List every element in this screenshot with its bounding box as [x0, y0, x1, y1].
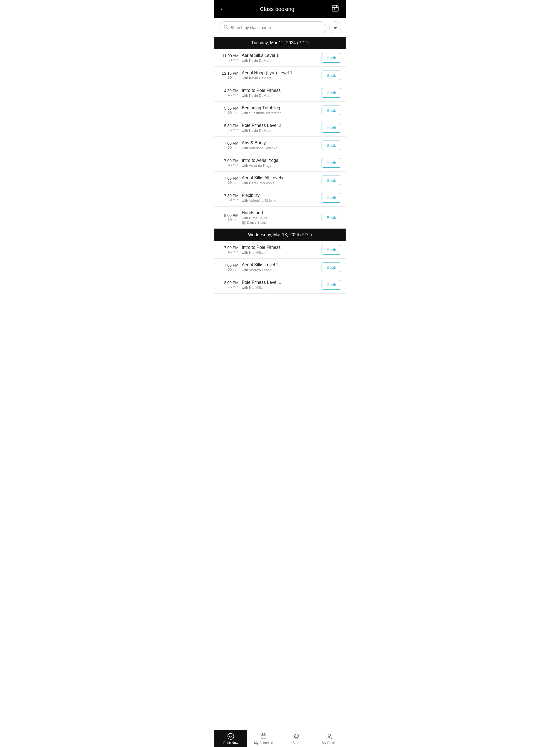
class-item: 8:00 PM 60 min Handstand with Dima Shine… — [214, 207, 346, 229]
class-instructor: with Andrew Leach — [242, 268, 318, 272]
class-time: 4:30 PM 45 min — [219, 88, 238, 97]
class-item: 12:15 PM 60 min Aerial Hoop (Lyra) Level… — [214, 67, 346, 84]
back-button[interactable]: ‹ — [219, 4, 225, 14]
class-name: Handstand — [242, 210, 318, 215]
book-button[interactable]: Book — [322, 213, 341, 222]
calendar-icon[interactable] — [329, 3, 341, 15]
book-button[interactable]: Book — [322, 71, 341, 80]
class-instructor: with Nia Millan — [242, 251, 318, 255]
class-item: 7:00 PM 30 min Abs & Booty with Valentin… — [214, 137, 346, 154]
class-duration: 60 min — [219, 217, 238, 222]
class-instructor: with Dima Shine — [242, 216, 318, 220]
page-title: Class booking — [260, 6, 295, 12]
class-info: Beginning Tumbling with Substitute Instr… — [242, 106, 318, 115]
class-time: 7:00 PM 30 min — [219, 141, 238, 150]
class-duration: 75 min — [219, 128, 238, 132]
class-item: 7:00 PM 60 min Aerial Silks All Levels w… — [214, 172, 346, 189]
filter-button[interactable] — [329, 21, 341, 33]
class-instructor: with Substitute Instructor — [242, 111, 318, 115]
class-list: 7:00 PM 45 min Intro to Pole Fitness wit… — [214, 241, 346, 294]
book-button[interactable]: Book — [322, 193, 341, 203]
class-info: Flexibility with Valentina Sidenko — [242, 193, 318, 203]
book-button[interactable]: Book — [322, 158, 341, 168]
book-button[interactable]: Book — [322, 140, 341, 150]
my-profile-icon — [326, 733, 333, 740]
class-info: Intro to Pole Fitness with Kevin DeMaro — [242, 88, 318, 98]
svg-point-15 — [295, 739, 296, 739]
svg-line-6 — [227, 28, 228, 29]
book-button[interactable]: Book — [322, 106, 341, 115]
class-name: Pole Fitness Level 1 — [242, 280, 318, 285]
svg-rect-11 — [261, 734, 266, 739]
class-instructor: with Valentina Sidenko — [242, 199, 318, 203]
book-button[interactable]: Book — [322, 245, 341, 255]
class-info: Intro to Pole Fitness with Nia Millan — [242, 245, 318, 255]
book-button[interactable]: Book — [322, 280, 341, 289]
class-time: 7:00 PM 60 min — [219, 263, 238, 272]
location-name: Dance Studio — [247, 221, 266, 225]
class-name: Aerial Hoop (Lyra) Level 1 — [242, 71, 318, 75]
class-time-main: 7:00 PM — [219, 176, 238, 180]
class-time: 5:30 PM 60 min — [219, 106, 238, 114]
class-duration: 60 min — [219, 110, 238, 114]
class-time-main: 7:00 PM — [219, 263, 238, 267]
class-info: Aerial Silks All Levels with Derek McGin… — [242, 176, 318, 185]
class-location: 🏢 Dance Studio — [242, 221, 318, 225]
class-duration: 45 min — [219, 93, 238, 97]
class-info: Handstand with Dima Shine 🏢 Dance Studio — [242, 210, 318, 225]
class-duration: 60 min — [219, 180, 238, 185]
nav-item-book-now[interactable]: Book Now — [214, 730, 247, 747]
class-info: Intro to Aerial Yoga with Amanda Nagy — [242, 158, 318, 168]
nav-label-store: Store — [292, 741, 301, 745]
class-name: Intro to Aerial Yoga — [242, 158, 318, 163]
nav-item-my-schedule[interactable]: My Schedule — [247, 730, 280, 747]
class-name: Intro to Pole Fitness — [242, 88, 318, 93]
book-button[interactable]: Book — [322, 88, 341, 98]
class-time-main: 7:00 PM — [219, 159, 238, 163]
class-time: 11:00 AM 60 min — [219, 54, 238, 62]
svg-point-5 — [224, 25, 227, 28]
my-schedule-icon — [260, 733, 267, 740]
class-time: 5:30 PM 75 min — [219, 124, 238, 132]
class-time-main: 5:30 PM — [219, 106, 238, 110]
nav-label-book-now: Book Now — [223, 741, 238, 745]
class-info: Aerial Silks Level 1 with Kevin DeMaro — [242, 53, 318, 62]
location-icon: 🏢 — [242, 221, 246, 225]
class-time-main: 4:30 PM — [219, 88, 238, 93]
class-instructor: with Amanda Nagy — [242, 163, 318, 168]
class-time-main: 8:00 PM — [219, 281, 238, 285]
class-duration: 75 min — [219, 285, 238, 289]
class-time-main: 11:00 AM — [219, 54, 238, 58]
nav-item-my-profile[interactable]: My Profile — [313, 730, 346, 747]
class-instructor: with Valentina Sidenko — [242, 146, 318, 150]
book-button[interactable]: Book — [322, 176, 341, 185]
class-name: Aerial Silks All Levels — [242, 176, 318, 180]
class-info: Pole Fitness Level 1 with Nia Millan — [242, 280, 318, 289]
nav-item-store[interactable]: Store — [280, 730, 313, 747]
class-item: 4:30 PM 45 min Intro to Pole Fitness wit… — [214, 84, 346, 102]
class-time: 7:00 PM 45 min — [219, 246, 238, 254]
search-container — [214, 18, 346, 36]
class-name: Pole Fitness Level 2 — [242, 123, 318, 128]
class-time-main: 5:30 PM — [219, 124, 238, 128]
search-input[interactable] — [230, 25, 322, 30]
class-item: 7:00 PM 60 min Aerial Silks Level 2 with… — [214, 259, 346, 276]
store-icon — [293, 733, 300, 740]
class-item: 8:00 PM 75 min Pole Fitness Level 1 with… — [214, 276, 346, 294]
class-name: Aerial Silks Level 2 — [242, 262, 318, 267]
class-instructor: with Kevin DeMaro — [242, 58, 318, 62]
class-info: Abs & Booty with Valentina Sidenko — [242, 140, 318, 150]
book-button[interactable]: Book — [322, 262, 341, 272]
svg-point-10 — [228, 733, 234, 739]
class-time: 7:00 PM 45 min — [219, 159, 238, 167]
svg-point-17 — [328, 734, 331, 737]
date-header: Tuesday, Mar 12, 2024 (PDT) — [214, 36, 346, 49]
svg-rect-4 — [334, 8, 335, 9]
class-duration: 60 min — [219, 75, 238, 80]
class-name: Beginning Tumbling — [242, 106, 318, 110]
class-info: Pole Fitness Level 2 with Kevin DeMaro — [242, 123, 318, 133]
class-duration: 30 min — [219, 146, 238, 150]
class-time-main: 7:00 PM — [219, 141, 238, 146]
book-button[interactable]: Book — [322, 53, 341, 62]
book-button[interactable]: Book — [322, 123, 341, 133]
